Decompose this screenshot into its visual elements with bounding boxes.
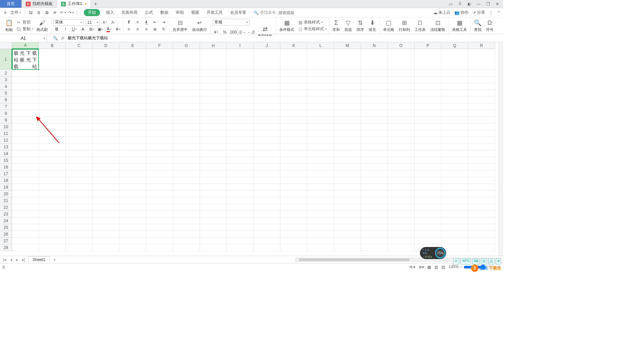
zoom-value[interactable]: 145% — [448, 264, 459, 269]
cell-M23[interactable] — [334, 211, 361, 217]
cell-E27[interactable] — [119, 238, 146, 244]
cell-I22[interactable] — [227, 204, 254, 211]
align-top-icon[interactable]: ⬆̄ — [125, 19, 132, 25]
column-header-R[interactable]: R — [468, 42, 495, 49]
cell-E8[interactable] — [119, 110, 146, 117]
cell-L27[interactable] — [307, 238, 334, 244]
cell-D5[interactable] — [93, 90, 119, 97]
cell-N20[interactable] — [361, 191, 388, 197]
cell-J16[interactable] — [254, 164, 280, 170]
cell-K27[interactable] — [280, 238, 307, 244]
cell-D14[interactable] — [93, 150, 119, 157]
cell-L17[interactable] — [307, 170, 334, 177]
cell-G16[interactable] — [173, 164, 200, 170]
cell-P7[interactable] — [415, 103, 441, 110]
row-header-17[interactable]: 17 — [0, 170, 12, 177]
cell-H21[interactable] — [200, 197, 227, 204]
find-button[interactable]: 🔍查找 — [473, 19, 483, 32]
cell-H27[interactable] — [200, 238, 227, 244]
cell-Q14[interactable] — [441, 150, 468, 157]
cell-B22[interactable] — [39, 204, 66, 211]
cell-E11[interactable] — [119, 130, 146, 137]
cell-R6[interactable] — [468, 97, 495, 103]
cell-F1[interactable] — [146, 49, 173, 70]
cell-Q21[interactable] — [441, 197, 468, 204]
cell-A12[interactable] — [12, 137, 39, 144]
cell-D7[interactable] — [93, 103, 119, 110]
cell-L5[interactable] — [307, 90, 334, 97]
cell-N14[interactable] — [361, 150, 388, 157]
column-header-G[interactable]: G — [173, 42, 200, 49]
cell-Q4[interactable] — [441, 83, 468, 90]
cell-A9[interactable] — [12, 117, 39, 123]
cell-N1[interactable] — [361, 49, 388, 70]
fill-color-button[interactable]: ▣▾ — [97, 26, 104, 32]
wrap-text-button[interactable]: ↵自动换行 — [191, 19, 208, 32]
cell-O11[interactable] — [388, 130, 415, 137]
cell-C13[interactable] — [66, 144, 93, 150]
align-center-icon[interactable]: ≡ — [134, 26, 141, 32]
cell-K13[interactable] — [280, 144, 307, 150]
cell-G20[interactable] — [173, 191, 200, 197]
cell-F3[interactable] — [146, 77, 173, 83]
cell-G7[interactable] — [173, 103, 200, 110]
cell-Q15[interactable] — [441, 157, 468, 164]
cell-G10[interactable] — [173, 123, 200, 130]
menu-hamburger-icon[interactable]: ≡ — [3, 10, 8, 16]
cell-M26[interactable] — [334, 231, 361, 238]
cell-C28[interactable] — [66, 244, 93, 251]
cell-D2[interactable] — [93, 70, 119, 77]
decrease-font-icon[interactable]: A⁻ — [110, 19, 117, 26]
cell-A17[interactable] — [12, 170, 39, 177]
cell-K2[interactable] — [280, 70, 307, 77]
cell-G15[interactable] — [173, 157, 200, 164]
cell-I2[interactable] — [227, 70, 254, 77]
cell-M10[interactable] — [334, 123, 361, 130]
menu-file[interactable]: 文件▾ — [9, 9, 22, 16]
row-header-1[interactable]: 1 — [0, 49, 12, 70]
cell-M28[interactable] — [334, 244, 361, 251]
cell-F12[interactable] — [146, 137, 173, 144]
cell-I21[interactable] — [227, 197, 254, 204]
cell-K1[interactable] — [280, 49, 307, 70]
sheet-nav-first-icon[interactable]: |◂ — [2, 257, 7, 262]
cell-I13[interactable] — [227, 144, 254, 150]
cell-F27[interactable] — [146, 238, 173, 244]
cell-A8[interactable] — [12, 110, 39, 117]
cell-F20[interactable] — [146, 191, 173, 197]
cell-L7[interactable] — [307, 103, 334, 110]
cell-L22[interactable] — [307, 204, 334, 211]
row-header-22[interactable]: 22 — [0, 204, 12, 211]
cell-O26[interactable] — [388, 231, 415, 238]
cell-D28[interactable] — [93, 244, 119, 251]
cell-C10[interactable] — [66, 123, 93, 130]
cell-B3[interactable] — [39, 77, 66, 83]
cell-E14[interactable] — [119, 150, 146, 157]
cell-M15[interactable] — [334, 157, 361, 164]
cell-P2[interactable] — [415, 70, 441, 77]
cell-J17[interactable] — [254, 170, 280, 177]
cell-E7[interactable] — [119, 103, 146, 110]
cell-Q8[interactable] — [441, 110, 468, 117]
cell-P16[interactable] — [415, 164, 441, 170]
cell-M12[interactable] — [334, 137, 361, 144]
cell-P13[interactable] — [415, 144, 441, 150]
column-header-E[interactable]: E — [119, 42, 146, 49]
cell-F16[interactable] — [146, 164, 173, 170]
cell-P5[interactable] — [415, 90, 441, 97]
cell-B13[interactable] — [39, 144, 66, 150]
cell-N9[interactable] — [361, 117, 388, 123]
cell-P10[interactable] — [415, 123, 441, 130]
row-header-25[interactable]: 25 — [0, 224, 12, 231]
cell-I15[interactable] — [227, 157, 254, 164]
cell-K7[interactable] — [280, 103, 307, 110]
currency-icon[interactable]: ¥▾ — [213, 29, 219, 35]
cell-I24[interactable] — [227, 217, 254, 224]
ribbon-tab-pagelayout[interactable]: 页面布局 — [120, 9, 139, 16]
cell-G25[interactable] — [173, 224, 200, 231]
sum-button[interactable]: Σ求和 — [331, 19, 341, 32]
column-header-I[interactable]: I — [227, 42, 254, 49]
save-icon[interactable]: 🖫 — [28, 10, 34, 16]
cell-P21[interactable] — [415, 197, 441, 204]
rowcol-button[interactable]: ⊞行和列 — [397, 19, 411, 32]
